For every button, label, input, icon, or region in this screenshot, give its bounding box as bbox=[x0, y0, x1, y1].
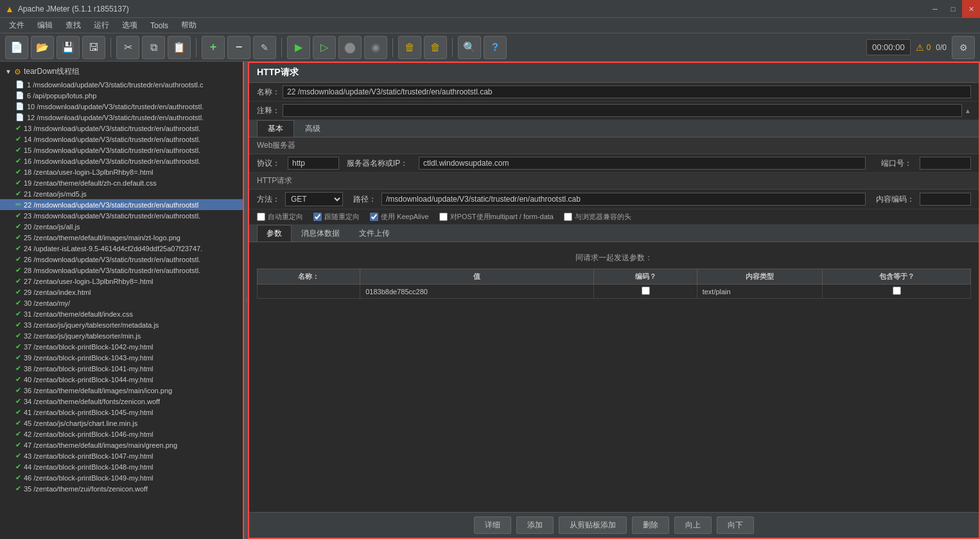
name-input[interactable] bbox=[283, 85, 971, 98]
tree-item-17[interactable]: ✔26 /msdownload/update/V3/static/trusted… bbox=[0, 254, 243, 265]
menu-item-编辑[interactable]: 编辑 bbox=[31, 19, 59, 32]
tree-item-11[interactable]: ✔21 /zentao/js/md5.js bbox=[0, 188, 243, 199]
tree-item-13[interactable]: ✔23 /msdownload/update/V3/static/trusted… bbox=[0, 210, 243, 221]
tree-item-15[interactable]: ✔25 /zentao/theme/default/images/main/zt… bbox=[0, 232, 243, 243]
edit-button[interactable]: ✎ bbox=[253, 36, 276, 59]
save-as-button[interactable]: 🖫 bbox=[82, 36, 105, 59]
help-button[interactable]: ? bbox=[484, 36, 507, 59]
down-button[interactable]: 向下 bbox=[717, 517, 754, 534]
tree-item-19[interactable]: ✔27 /zentao/user-login-L3plbnRhby8=.html bbox=[0, 276, 243, 287]
tree-item-4[interactable]: 📄12 /msdownload/update/V3/static/trusted… bbox=[0, 112, 243, 123]
browser-headers-option[interactable]: 与浏览器兼容的头 bbox=[564, 212, 631, 222]
remove-button[interactable]: − bbox=[227, 36, 250, 59]
tree-item-34[interactable]: ✔47 /zentao/theme/default/images/main/gr… bbox=[0, 439, 243, 450]
param-encoded-0[interactable] bbox=[594, 285, 697, 299]
tree-item-12[interactable]: ✏22 /msdownload/update/V3/static/trusted… bbox=[0, 199, 243, 210]
tree-item-38[interactable]: ✔35 /zentao/theme/zui/fonts/zenicon.woff bbox=[0, 483, 243, 494]
start-no-pause-button[interactable]: ▷ bbox=[313, 36, 336, 59]
tree-item-29[interactable]: ✔36 /zentao/theme/default/images/main/ic… bbox=[0, 385, 243, 396]
shutdown-button[interactable]: ◉ bbox=[364, 36, 387, 59]
tree-item-31[interactable]: ✔41 /zentao/block-printBlock-1045-my.htm… bbox=[0, 407, 243, 418]
param-encoded-checkbox-0[interactable] bbox=[642, 287, 650, 295]
param-content-type-0[interactable]: text/plain bbox=[697, 285, 823, 299]
tree-item-9[interactable]: ✔18 /zentao/user-login-L3plbnRhby8=.html bbox=[0, 166, 243, 177]
multipart-option[interactable]: 对POST使用multipart / form-data bbox=[439, 212, 554, 222]
delete-param-button[interactable]: 删除 bbox=[632, 517, 669, 534]
tree-item-16[interactable]: ✔24 /updater-isLatest-9.5-4614d4cf2dd49d… bbox=[0, 243, 243, 254]
menu-item-运行[interactable]: 运行 bbox=[87, 19, 116, 32]
auto-redirect-option[interactable]: 自动重定向 bbox=[257, 212, 303, 222]
tree-item-5[interactable]: ✔13 /msdownload/update/V3/static/trusted… bbox=[0, 123, 243, 134]
subtab-files[interactable]: 文件上传 bbox=[349, 225, 399, 242]
tree-item-8[interactable]: ✔16 /msdownload/update/V3/static/trusted… bbox=[0, 155, 243, 166]
tree-item-32[interactable]: ✔45 /zentao/js/chartjs/chart.line.min.js bbox=[0, 418, 243, 429]
comment-input[interactable] bbox=[283, 104, 962, 117]
tree-item-33[interactable]: ✔42 /zentao/block-printBlock-1046-my.htm… bbox=[0, 429, 243, 439]
tree-item-28[interactable]: ✔40 /zentao/block-printBlock-1044-my.htm… bbox=[0, 374, 243, 385]
path-input[interactable] bbox=[381, 193, 866, 206]
menu-item-选项[interactable]: 选项 bbox=[116, 19, 144, 32]
tree-item-10[interactable]: ✔19 /zentao/theme/default/zh-cn.default.… bbox=[0, 177, 243, 188]
tree-item-26[interactable]: ✔39 /zentao/block-printBlock-1043-my.htm… bbox=[0, 352, 243, 363]
maximize-button[interactable]: □ bbox=[944, 0, 962, 18]
method-select[interactable]: GET POST PUT DELETE HEAD OPTIONS PATCH bbox=[285, 192, 343, 206]
settings-button[interactable]: ⚙ bbox=[952, 36, 975, 59]
subtab-params[interactable]: 参数 bbox=[257, 225, 292, 242]
encoding-input[interactable] bbox=[920, 193, 971, 206]
tree-item-18[interactable]: ✔28 /msdownload/update/V3/static/trusted… bbox=[0, 265, 243, 276]
subtab-body[interactable]: 消息体数据 bbox=[292, 225, 349, 242]
tree-item-20[interactable]: ✔29 /zentao/index.html bbox=[0, 287, 243, 297]
tree-item-7[interactable]: ✔15 /msdownload/update/V3/static/trusted… bbox=[0, 145, 243, 155]
tree-item-30[interactable]: ✔34 /zentao/theme/default/fonts/zenicon.… bbox=[0, 396, 243, 407]
port-input[interactable] bbox=[920, 157, 971, 170]
tree-item-2[interactable]: 📄6 /api/popup/lotus.php bbox=[0, 90, 243, 101]
tree-item-14[interactable]: ✔20 /zentao/js/all.js bbox=[0, 221, 243, 232]
tree-item-35[interactable]: ✔43 /zentao/block-printBlock-1047-my.htm… bbox=[0, 450, 243, 461]
add-param-button[interactable]: 添加 bbox=[516, 517, 554, 534]
thread-group-label[interactable]: ▼ ⚙ tearDown线程组 bbox=[0, 64, 243, 79]
tree-item-1[interactable]: 📄1 /msdownload/update/V3/static/trustedr… bbox=[0, 79, 243, 90]
tree-item-3[interactable]: 📄10 /msdownload/update/V3/static/trusted… bbox=[0, 101, 243, 112]
menu-item-查找[interactable]: 查找 bbox=[59, 19, 87, 32]
tab-basic[interactable]: 基本 bbox=[257, 120, 294, 137]
tab-advanced[interactable]: 高级 bbox=[294, 120, 331, 137]
auto-redirect-checkbox[interactable] bbox=[257, 213, 265, 221]
detail-button[interactable]: 详细 bbox=[474, 517, 511, 534]
tree-item-6[interactable]: ✔14 /msdownload/update/V3/static/trusted… bbox=[0, 134, 243, 145]
tree-item-22[interactable]: ✔31 /zentao/theme/default/index.css bbox=[0, 308, 243, 319]
keepalive-checkbox[interactable] bbox=[370, 213, 378, 221]
paste-add-button[interactable]: 从剪贴板添加 bbox=[559, 517, 627, 534]
start-button[interactable]: ▶ bbox=[287, 36, 310, 59]
search-button[interactable]: 🔍 bbox=[458, 36, 481, 59]
cut-button[interactable]: ✂ bbox=[116, 36, 139, 59]
menu-item-文件[interactable]: 文件 bbox=[3, 19, 31, 32]
follow-redirect-checkbox[interactable] bbox=[313, 213, 322, 221]
copy-button[interactable]: ⧉ bbox=[142, 36, 165, 59]
tree-item-36[interactable]: ✔44 /zentao/block-printBlock-1048-my.htm… bbox=[0, 461, 243, 472]
browser-headers-checkbox[interactable] bbox=[564, 213, 572, 221]
stop-button[interactable]: ⬤ bbox=[338, 36, 362, 59]
tree-item-25[interactable]: ✔37 /zentao/block-printBlock-1042-my.htm… bbox=[0, 341, 243, 352]
open-button[interactable]: 📂 bbox=[31, 36, 54, 59]
minimize-button[interactable]: ─ bbox=[926, 0, 944, 18]
tree-item-21[interactable]: ✔30 /zentao/my/ bbox=[0, 297, 243, 308]
tree-item-24[interactable]: ✔32 /zentao/js/jquery/tablesorter/min.js bbox=[0, 330, 243, 341]
save-button[interactable]: 💾 bbox=[57, 36, 80, 59]
param-name-0[interactable] bbox=[258, 285, 360, 299]
tree-item-37[interactable]: ✔46 /zentao/block-printBlock-1049-my.htm… bbox=[0, 472, 243, 483]
paste-button[interactable]: 📋 bbox=[168, 36, 191, 59]
add-button[interactable]: + bbox=[202, 36, 225, 59]
multipart-checkbox[interactable] bbox=[439, 213, 448, 221]
keepalive-option[interactable]: 使用 KeepAlive bbox=[370, 212, 429, 222]
menu-item-帮助[interactable]: 帮助 bbox=[175, 19, 203, 32]
clear-button[interactable]: 🗑 bbox=[398, 36, 421, 59]
protocol-input[interactable] bbox=[288, 157, 339, 170]
new-button[interactable]: 📄 bbox=[5, 36, 28, 59]
param-include-equals-0[interactable] bbox=[823, 285, 971, 299]
tree-item-23[interactable]: ✔33 /zentao/js/jquery/tablesorter/metada… bbox=[0, 319, 243, 330]
param-include-equals-checkbox-0[interactable] bbox=[893, 287, 901, 295]
up-button[interactable]: 向上 bbox=[674, 517, 712, 534]
follow-redirect-option[interactable]: 跟随重定向 bbox=[313, 212, 360, 222]
clear-all-button[interactable]: 🗑 bbox=[424, 36, 447, 59]
close-button[interactable]: ✕ bbox=[962, 0, 980, 18]
